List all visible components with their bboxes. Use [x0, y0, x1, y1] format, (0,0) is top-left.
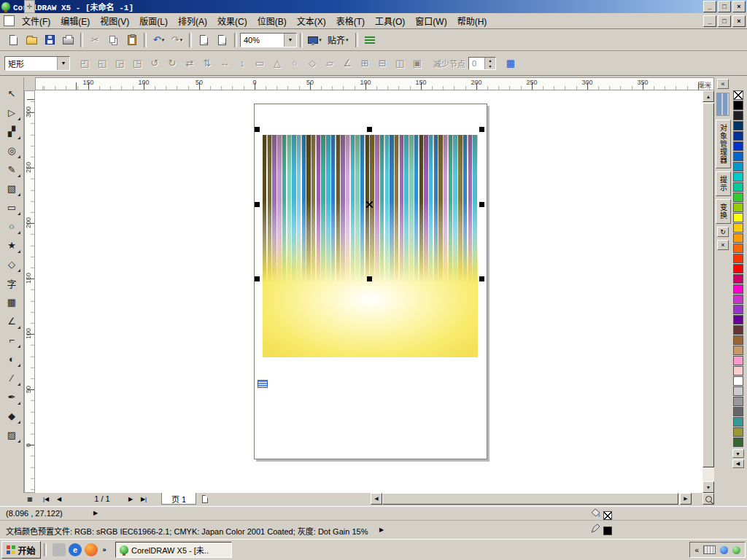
coreldraw-task-button[interactable]: CorelDRAW X5 - [未.. [115, 542, 232, 558]
tool-smart-fill[interactable]: ▧ [2, 179, 21, 197]
scroll-right-button[interactable]: ▶ [680, 493, 692, 505]
curve-smoothness-button[interactable]: ▦ [502, 55, 519, 71]
selection-handle-middle-right[interactable] [479, 202, 484, 207]
color-swatch-16[interactable] [733, 254, 743, 263]
selection-center-mark[interactable] [366, 201, 373, 208]
color-swatch-19[interactable] [733, 284, 743, 294]
outline-color-swatch[interactable] [603, 526, 612, 535]
application-launcher-button[interactable]: ▾ [306, 31, 324, 49]
tool-fill[interactable]: ◆ [2, 407, 21, 424]
zoom-level-combo[interactable]: 40% ▼ [240, 33, 297, 47]
horizontal-ruler[interactable]: 毫米 15010050050100150200250300350 [35, 77, 714, 90]
color-swatch-11[interactable] [733, 203, 743, 212]
tool-basic-shapes[interactable]: ◇ [2, 255, 21, 273]
cut-button[interactable]: ✂ [86, 31, 104, 49]
docker-icons[interactable] [716, 93, 729, 116]
paste-button[interactable] [123, 31, 141, 49]
redo-button[interactable]: ↷▾ [168, 31, 186, 49]
vertical-ruler[interactable]: 300250200150100500 [24, 90, 35, 493]
color-swatch-26[interactable] [733, 356, 743, 365]
no-color-swatch[interactable] [733, 90, 743, 100]
menu-item-7[interactable]: 位图(B) [252, 12, 292, 29]
color-swatch-20[interactable] [733, 295, 743, 304]
color-swatch-15[interactable] [733, 244, 743, 253]
color-swatch-30[interactable] [733, 397, 743, 406]
ruler-origin-button[interactable]: ✛ [24, 0, 35, 13]
tool-shape[interactable]: ▷ [2, 104, 21, 121]
menu-item-11[interactable]: 窗口(W) [410, 12, 452, 29]
collapse-dockers-button[interactable]: « [717, 79, 729, 89]
color-swatch-31[interactable] [733, 407, 743, 416]
color-swatch-13[interactable] [733, 223, 743, 233]
color-swatch-23[interactable] [733, 325, 743, 335]
selection-handle-top-right[interactable] [479, 127, 484, 132]
color-swatch-10[interactable] [733, 192, 743, 202]
spinner-up-icon[interactable]: ▲ [485, 58, 495, 63]
close-button[interactable]: × [732, 1, 746, 12]
color-swatch-29[interactable] [733, 386, 743, 396]
tool-ellipse[interactable]: ○ [2, 217, 21, 235]
tool-eyedropper[interactable]: ∕ [2, 369, 21, 386]
color-swatch-4[interactable] [733, 131, 743, 141]
tool-connector[interactable]: ⌐ [2, 331, 21, 349]
menu-item-1[interactable]: 文件(F) [17, 12, 55, 29]
menu-item-10[interactable]: 工具(O) [370, 12, 410, 29]
last-page-button[interactable]: ▶| [138, 493, 150, 505]
selection-handle-top-left[interactable] [255, 127, 260, 132]
tool-dimension[interactable]: ∠ [2, 312, 21, 330]
color-swatch-25[interactable] [733, 346, 743, 355]
vertical-scrollbar[interactable]: ▲ ▼ [703, 90, 714, 493]
redo-dropdown-icon[interactable]: ▾ [180, 37, 183, 43]
docker-close-button[interactable]: × [717, 240, 729, 250]
document-icon[interactable] [4, 15, 15, 26]
tool-zoom[interactable]: ◎ [2, 141, 21, 159]
menu-item-12[interactable]: 帮助(H) [452, 12, 492, 29]
color-swatch-6[interactable] [733, 152, 743, 161]
mdi-restore-button[interactable]: □ [718, 15, 731, 27]
preset-dropdown-icon[interactable]: ▼ [57, 57, 69, 70]
menu-item-4[interactable]: 版面(L) [134, 12, 173, 29]
open-button[interactable] [23, 31, 41, 49]
page-tab[interactable]: 页 1 [161, 493, 196, 505]
tool-interactive-fill[interactable]: ▨ [2, 426, 21, 443]
mdi-close-button[interactable]: × [732, 15, 746, 27]
preset-combo[interactable]: 矩形 ▼ [4, 56, 70, 71]
reduce-nodes-spinner[interactable]: 0 ▲ ▼ [468, 57, 496, 70]
tray-collapse-icon[interactable]: « [694, 546, 699, 554]
maximize-button[interactable]: □ [718, 1, 731, 12]
color-swatch-28[interactable] [733, 376, 743, 386]
docker-tab-3[interactable]: 变换 [716, 199, 731, 224]
menu-item-2[interactable]: 编辑(E) [55, 12, 95, 29]
color-swatch-17[interactable] [733, 264, 743, 273]
zoom-dropdown-icon[interactable]: ▼ [284, 34, 296, 47]
tool-pick[interactable]: ↖ [2, 85, 21, 102]
internet-explorer-icon[interactable]: e [69, 543, 82, 556]
spinner-down-icon[interactable]: ▼ [485, 63, 495, 69]
vertical-scroll-thumb[interactable] [703, 103, 714, 467]
color-swatch-7[interactable] [733, 162, 743, 171]
color-swatch-1[interactable] [733, 101, 743, 110]
color-swatch-32[interactable] [733, 417, 743, 427]
import-button[interactable]: → [195, 31, 213, 49]
selection-handle-bottom-right[interactable] [479, 276, 484, 281]
add-page-button[interactable] [199, 493, 211, 505]
tool-crop[interactable]: ▞ [2, 122, 21, 140]
menu-item-6[interactable]: 效果(C) [212, 12, 252, 29]
corner-grid-button[interactable]: ▦ [24, 493, 36, 505]
browser-icon[interactable] [85, 543, 98, 556]
palette-flyout-button[interactable]: ◀ [732, 459, 744, 468]
navigator-button[interactable] [703, 493, 714, 505]
docker-tab-2[interactable]: 提示 [716, 171, 731, 196]
profile-flyout-icon[interactable]: ▶ [379, 526, 384, 533]
horizontal-scrollbar[interactable]: ◀ ▶ [371, 493, 692, 505]
selection-handle-middle-left[interactable] [255, 202, 260, 207]
fill-color-swatch[interactable] [603, 511, 612, 520]
next-page-button[interactable]: ▶ [125, 493, 136, 505]
tool-rectangle[interactable]: ▭ [2, 198, 21, 216]
quick-launch-more-icon[interactable]: » [101, 543, 108, 556]
color-swatch-2[interactable] [733, 111, 743, 120]
selection-handle-bottom-center[interactable] [367, 276, 372, 281]
color-swatch-24[interactable] [733, 335, 743, 345]
tool-blend[interactable]: ◐ [2, 350, 21, 368]
previous-page-button[interactable]: ◀ [53, 493, 65, 505]
